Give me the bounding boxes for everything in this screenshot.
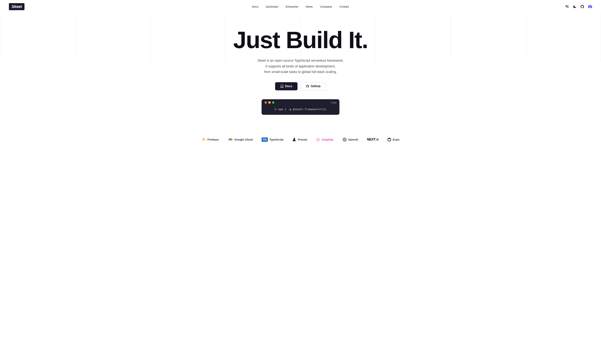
typescript-label: TypeScript <box>269 138 283 141</box>
gcloud-label: Google Cloud <box>234 138 253 141</box>
terminal-command: $ npm i -g @skeet-framework/cli <box>275 108 326 111</box>
logo-graphql: GraphQL <box>316 138 334 142</box>
svg-point-8 <box>316 140 317 141</box>
navbar: Skeet Docs Quickstart Enterprise News Co… <box>0 0 601 13</box>
openai-icon <box>343 138 347 142</box>
typescript-badge: TS <box>261 137 268 142</box>
logo-expo: Expo <box>387 138 400 142</box>
svg-point-6 <box>316 139 317 140</box>
hero-subtitle: Skeet is an open-source TypeScript serve… <box>4 58 597 75</box>
logo-openai: OpenAI <box>343 138 358 142</box>
gcloud-icon <box>228 138 233 142</box>
nav-item-enterprise[interactable]: Enterprise <box>286 5 298 8</box>
svg-point-3 <box>230 139 231 141</box>
openai-label: OpenAI <box>348 138 358 141</box>
svg-point-10 <box>318 141 319 142</box>
translate-icon[interactable] <box>565 5 569 9</box>
nav-item-company[interactable]: Company <box>320 5 332 8</box>
theme-toggle-icon[interactable] <box>573 5 577 9</box>
hero-buttons: Docs GitHub <box>4 82 597 90</box>
graphql-icon <box>316 138 320 142</box>
book-icon <box>280 85 284 88</box>
hero-section: Just Build It. Skeet is an open-source T… <box>0 13 601 126</box>
expo-label: Expo <box>393 138 400 141</box>
nav-item-docs[interactable]: Docs <box>252 5 258 8</box>
firebase-icon <box>201 137 206 142</box>
expo-icon <box>387 138 391 142</box>
terminal-dot-green <box>272 101 274 104</box>
svg-point-0 <box>228 139 230 140</box>
firebase-label: Firebase <box>207 138 219 141</box>
logo-nextjs: NEXT.JS <box>367 138 379 142</box>
svg-point-9 <box>320 140 320 141</box>
graphql-label: GraphQL <box>322 138 334 141</box>
github-icon[interactable] <box>580 5 584 9</box>
logo[interactable]: Skeet <box>9 3 24 10</box>
svg-point-2 <box>230 138 231 140</box>
svg-marker-4 <box>317 138 320 140</box>
logo-typescript: TS TypeScript <box>261 137 283 142</box>
nav-actions <box>565 5 592 9</box>
nextjs-label: NEXT.JS <box>367 138 379 142</box>
terminal-body: $ npm i -g @skeet-framework/cli <box>261 105 340 115</box>
terminal-copy-button[interactable]: Copy <box>331 101 336 104</box>
terminal: Copy $ npm i -g @skeet-framework/cli <box>261 99 340 115</box>
nav-item-news[interactable]: News <box>306 5 313 8</box>
github-button[interactable]: GitHub <box>300 82 326 90</box>
svg-point-5 <box>318 138 319 138</box>
logo-firebase: Firebase <box>201 137 219 142</box>
terminal-dot-yellow <box>268 101 271 104</box>
terminal-header: Copy <box>261 99 340 105</box>
nav-item-quickstart[interactable]: Quickstart <box>266 5 278 8</box>
terminal-dot-red <box>265 101 267 104</box>
prisma-icon <box>292 137 296 142</box>
terminal-wrapper: Copy $ npm i -g @skeet-framework/cli <box>4 99 597 115</box>
logos-section: Firebase Google Cloud TS TypeScript Pris… <box>0 126 601 157</box>
nav-links: Docs Quickstart Enterprise News Company … <box>252 5 349 8</box>
github-btn-icon <box>306 85 309 88</box>
logo-gcloud: Google Cloud <box>228 138 253 142</box>
hero-title: Just Build It. <box>4 28 597 52</box>
nav-item-contact[interactable]: Contact <box>340 5 349 8</box>
logo-prisma: Prisma <box>292 137 307 142</box>
docs-button[interactable]: Docs <box>275 82 298 90</box>
terminal-dots <box>265 101 274 104</box>
prisma-label: Prisma <box>298 138 307 141</box>
svg-point-1 <box>231 139 232 140</box>
discord-icon[interactable] <box>588 5 592 9</box>
svg-point-7 <box>320 139 320 140</box>
